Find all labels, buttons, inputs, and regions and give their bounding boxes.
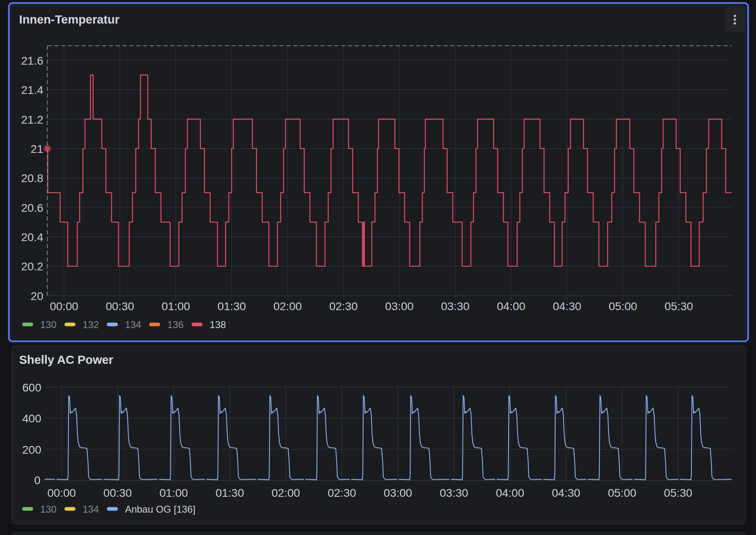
svg-text:01:30: 01:30 — [217, 300, 246, 313]
svg-text:03:30: 03:30 — [441, 300, 469, 313]
svg-text:00:00: 00:00 — [47, 487, 76, 499]
svg-text:03:00: 03:00 — [384, 487, 412, 499]
svg-text:138: 138 — [210, 319, 226, 330]
svg-text:Innen-Temperatur: Innen-Temperatur — [19, 13, 119, 26]
svg-text:04:30: 04:30 — [552, 487, 580, 499]
svg-text:134: 134 — [83, 504, 99, 515]
svg-text:130: 130 — [40, 504, 56, 515]
svg-text:05:30: 05:30 — [664, 487, 692, 499]
svg-text:20.4: 20.4 — [21, 231, 43, 244]
svg-text:02:00: 02:00 — [272, 487, 300, 499]
svg-text:200: 200 — [22, 444, 41, 456]
svg-text:21: 21 — [30, 143, 43, 155]
svg-text:20: 20 — [30, 290, 43, 302]
svg-text:20.2: 20.2 — [21, 260, 43, 273]
svg-text:05:00: 05:00 — [608, 300, 637, 313]
svg-text:03:00: 03:00 — [385, 300, 413, 313]
svg-text:02:00: 02:00 — [273, 300, 302, 313]
svg-text:00:00: 00:00 — [50, 300, 78, 313]
svg-text:03:30: 03:30 — [440, 487, 468, 499]
svg-text:130: 130 — [40, 319, 56, 330]
svg-text:21.6: 21.6 — [21, 54, 43, 67]
svg-text:04:00: 04:00 — [497, 300, 525, 313]
svg-text:136: 136 — [167, 319, 184, 330]
svg-text:600: 600 — [22, 381, 41, 394]
svg-text:05:00: 05:00 — [608, 487, 636, 499]
svg-text:132: 132 — [83, 319, 99, 330]
svg-text:20.6: 20.6 — [21, 202, 43, 214]
svg-text:04:30: 04:30 — [553, 300, 581, 313]
svg-text:20.8: 20.8 — [21, 172, 43, 185]
svg-text:01:00: 01:00 — [161, 300, 190, 313]
svg-text:21.2: 21.2 — [21, 113, 43, 126]
svg-text:00:30: 00:30 — [106, 300, 134, 313]
svg-text:04:00: 04:00 — [496, 487, 524, 499]
svg-text:21.4: 21.4 — [21, 84, 43, 96]
svg-text:01:00: 01:00 — [159, 487, 188, 499]
svg-text:01:30: 01:30 — [215, 487, 244, 499]
svg-text:02:30: 02:30 — [328, 487, 356, 499]
svg-text:134: 134 — [125, 319, 141, 330]
svg-text:Anbau OG [136]: Anbau OG [136] — [125, 504, 195, 515]
svg-text:400: 400 — [22, 412, 41, 425]
svg-text:Shelly AC Power: Shelly AC Power — [19, 353, 113, 366]
svg-text:0: 0 — [34, 474, 41, 487]
svg-text:00:30: 00:30 — [103, 487, 132, 499]
svg-text:05:30: 05:30 — [665, 300, 693, 313]
svg-text:02:30: 02:30 — [329, 300, 358, 313]
